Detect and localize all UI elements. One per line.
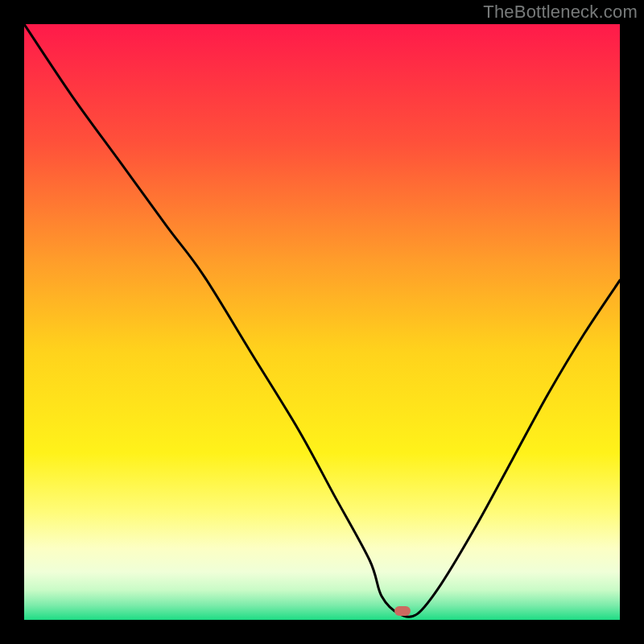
- plot-area: [24, 24, 620, 620]
- watermark-text: TheBottleneck.com: [483, 2, 638, 23]
- bottleneck-curve: [24, 24, 620, 620]
- chart-frame: TheBottleneck.com: [0, 0, 644, 644]
- optimal-point-marker: [394, 606, 411, 616]
